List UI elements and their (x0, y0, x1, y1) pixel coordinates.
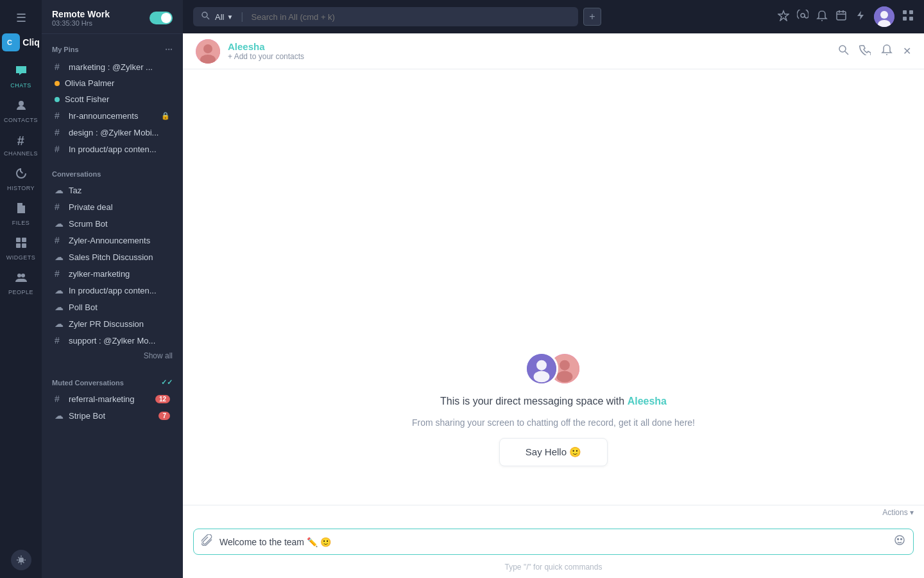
message-input[interactable] (219, 537, 887, 547)
hash-icon-5: # (55, 202, 64, 212)
svg-rect-3 (16, 238, 21, 242)
channels-icon: # (17, 134, 25, 148)
attach-icon[interactable] (201, 534, 213, 549)
search-add-button[interactable]: + (583, 8, 601, 26)
conv-poll-bot[interactable]: ☁ Poll Bot (44, 299, 180, 315)
svg-marker-12 (778, 11, 789, 21)
calendar-icon[interactable] (835, 10, 847, 24)
svg-point-30 (839, 46, 846, 52)
hash-icon-2: # (55, 110, 64, 121)
conv-in-product[interactable]: ☁ In product/app conten... (44, 282, 180, 299)
conv-taz[interactable]: ☁ Taz (44, 182, 180, 198)
sidebar-item-channels[interactable]: # CHANNELS (0, 128, 42, 162)
svg-point-28 (203, 44, 212, 53)
svg-point-39 (895, 536, 904, 545)
conv-zyler-pr[interactable]: ☁ Zyler PR Discussion (44, 315, 180, 332)
dm-avatars (525, 352, 581, 385)
muted-referral[interactable]: # referral-marketing 12 (44, 390, 180, 407)
svg-point-37 (560, 360, 570, 371)
muted-referral-label: referral-marketing (69, 394, 150, 404)
conv-sales[interactable]: ☁ Sales Pitch Discussion (44, 249, 180, 265)
svg-rect-25 (903, 17, 907, 21)
people-icon (15, 271, 28, 287)
workspace-header: Remote Work 03:35:30 Hrs (42, 0, 183, 34)
svg-point-2 (19, 101, 24, 106)
hash-icon-4: # (55, 144, 64, 154)
conv-support[interactable]: # support : @Zylker Mo... (44, 332, 180, 349)
conv-sales-label: Sales Pitch Discussion (69, 252, 170, 262)
svg-rect-6 (22, 243, 26, 248)
actions-label[interactable]: Actions ▾ (882, 508, 914, 517)
svg-point-38 (557, 371, 573, 383)
chat-header: Aleesha + Add to your contacts (183, 33, 924, 69)
svg-line-31 (845, 51, 848, 55)
chats-icon (15, 64, 28, 80)
pin-hr-label: hr-announcements (69, 111, 155, 121)
sidebar-item-people[interactable]: PEOPLE (0, 266, 42, 301)
pin-marketing[interactable]: # marketing : @Zylker ... (44, 58, 180, 75)
pin-scott-label: Scott Fisher (65, 94, 170, 104)
svg-point-41 (901, 539, 902, 540)
conv-scrum-bot[interactable]: ☁ Scrum Bot (44, 215, 180, 232)
conv-zylker-marketing[interactable]: # zylker-marketing (44, 265, 180, 282)
app-name: Cliq (22, 37, 39, 48)
menu-button[interactable]: ☰ (8, 5, 34, 31)
svg-point-21 (880, 11, 888, 19)
bot-icon-1: ☁ (55, 185, 64, 195)
search-filter-label: All (215, 12, 224, 22)
pin-scott[interactable]: Scott Fisher (44, 91, 180, 107)
muted-stripe-badge: 7 (158, 412, 170, 420)
muted-stripe[interactable]: ☁ Stripe Bot 7 (44, 407, 180, 424)
conv-private-deal[interactable]: # Private deal (44, 198, 180, 215)
star-icon[interactable] (778, 10, 789, 24)
add-to-contacts[interactable]: + Add to your contacts (228, 52, 830, 61)
notification-icon[interactable] (816, 10, 828, 24)
app-logo[interactable]: C Cliq (2, 33, 39, 51)
chats-label: CHATS (10, 82, 31, 89)
chat-actions: ✕ (837, 44, 911, 58)
grid-icon[interactable] (902, 10, 914, 24)
workspace-toggle[interactable] (150, 12, 173, 24)
sidebar-item-contacts[interactable]: CONTACTS (0, 94, 42, 128)
theme-toggle[interactable] (11, 550, 31, 570)
call-icon[interactable] (859, 44, 871, 58)
sidebar-item-history[interactable]: HISTORY (0, 162, 42, 197)
show-all-button[interactable]: Show all (42, 349, 183, 365)
svg-rect-5 (16, 243, 21, 248)
conv-zyler-label: Zyler-Announcements (69, 236, 170, 245)
top-bar: All ▼ | + (183, 0, 924, 33)
pin-olivia[interactable]: Olivia Palmer (44, 75, 180, 91)
svg-point-35 (534, 371, 550, 383)
pin-product[interactable]: # In product/app conten... (44, 141, 180, 157)
pin-design[interactable]: # design : @Zylker Mobi... (44, 124, 180, 141)
chevron-down-icon: ▼ (227, 13, 233, 21)
chat-search-icon[interactable] (837, 44, 849, 58)
sidebar-item-files[interactable]: FILES (0, 197, 42, 231)
hash-icon-3: # (55, 127, 64, 137)
pin-hr[interactable]: # hr-announcements 🔒 (44, 107, 180, 124)
people-label: PEOPLE (8, 289, 33, 295)
svg-point-8 (21, 274, 25, 277)
sidebar-item-chats[interactable]: CHATS (0, 59, 42, 94)
say-hello-button[interactable]: Say Hello 🙂 (499, 438, 608, 466)
conv-zyler-ann[interactable]: # Zyler-Announcements (44, 232, 180, 249)
sidebar-item-widgets[interactable]: WIDGETS (0, 231, 42, 266)
my-pins-more[interactable]: ··· (165, 44, 173, 55)
bot-icon-6: ☁ (55, 319, 64, 329)
icon-sidebar: ☰ C Cliq CHATS (0, 0, 42, 578)
muted-check-icon: ✓✓ (161, 378, 173, 387)
at-icon[interactable] (797, 10, 809, 24)
widgets-icon (15, 236, 28, 252)
bolt-icon[interactable] (855, 10, 866, 24)
bot-icon-4: ☁ (55, 285, 64, 295)
chat-close-icon[interactable]: ✕ (903, 45, 911, 57)
search-input[interactable] (252, 12, 570, 22)
chat-notification-icon[interactable] (881, 44, 893, 58)
emoji-icon[interactable] (894, 534, 905, 549)
contact-name[interactable]: Aleesha (228, 41, 830, 52)
conv-scrum-label: Scrum Bot (69, 219, 170, 229)
user-avatar[interactable] (874, 6, 894, 27)
bot-icon-7: ☁ (55, 410, 64, 421)
pin-design-label: design : @Zylker Mobi... (69, 128, 170, 137)
search-filter[interactable]: All ▼ (215, 12, 233, 22)
